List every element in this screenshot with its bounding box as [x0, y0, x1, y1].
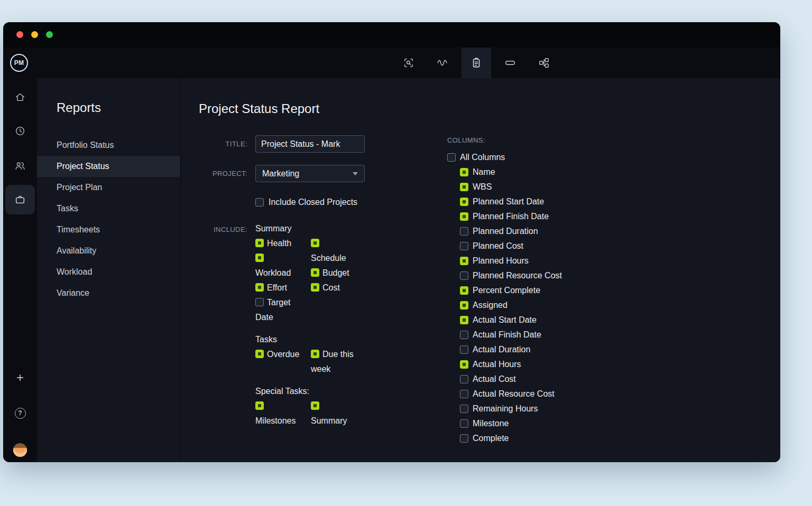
- report-title-input[interactable]: [255, 135, 365, 153]
- checkbox[interactable]: [460, 390, 468, 398]
- column-option[interactable]: Planned Hours: [447, 254, 562, 268]
- summary-option[interactable]: Effort: [255, 280, 301, 295]
- projects-briefcase-icon[interactable]: [5, 185, 35, 214]
- column-option[interactable]: Remaining Hours: [447, 401, 562, 416]
- sidebar-item[interactable]: Variance: [37, 283, 180, 304]
- column-option-label: Planned Cost: [473, 239, 523, 254]
- title-field-label: TITLE:: [181, 140, 247, 148]
- include-closed-checkbox[interactable]: [255, 198, 264, 207]
- tasks-option-label: Overdue: [267, 350, 299, 359]
- special-tasks-option[interactable]: Summary: [311, 399, 356, 428]
- home-icon[interactable]: [5, 82, 35, 112]
- column-option[interactable]: Planned Resource Cost: [447, 268, 562, 283]
- column-option-label: Name: [473, 165, 495, 180]
- sidebar-item[interactable]: Timesheets: [37, 219, 180, 240]
- summary-option[interactable]: Workload: [255, 251, 301, 280]
- column-option[interactable]: Actual Resource Cost: [447, 387, 562, 401]
- column-option[interactable]: Name: [447, 165, 562, 180]
- report-clipboard-icon[interactable]: [462, 48, 491, 78]
- all-columns-row[interactable]: All Columns: [447, 150, 562, 165]
- checkbox[interactable]: [255, 283, 264, 292]
- user-avatar[interactable]: [5, 435, 35, 462]
- checkbox[interactable]: [460, 301, 468, 310]
- column-option[interactable]: Actual Finish Date: [447, 327, 562, 342]
- sidebar-item[interactable]: Portfolio Status: [37, 135, 180, 156]
- checkbox[interactable]: [460, 183, 468, 191]
- column-option[interactable]: Actual Cost: [447, 372, 562, 387]
- sidebar-item[interactable]: Availability: [37, 240, 180, 261]
- column-option[interactable]: Planned Duration: [447, 224, 562, 239]
- summary-option[interactable]: Health: [255, 236, 301, 251]
- column-option[interactable]: Complete: [447, 431, 562, 446]
- sidebar-item-label: Variance: [57, 288, 89, 298]
- column-option[interactable]: Actual Hours: [447, 357, 562, 372]
- summary-option[interactable]: Schedule: [311, 236, 356, 266]
- minimize-button[interactable]: [31, 31, 38, 38]
- special-tasks-option[interactable]: Milestones: [255, 399, 301, 428]
- checkbox[interactable]: [460, 316, 468, 324]
- checkbox[interactable]: [311, 268, 319, 277]
- column-option[interactable]: Milestone: [447, 416, 562, 431]
- checkbox[interactable]: [255, 254, 264, 262]
- checkbox[interactable]: [311, 239, 319, 247]
- checkbox[interactable]: [311, 401, 319, 410]
- sidebar-item[interactable]: Workload: [37, 261, 180, 283]
- tasks-heading: Tasks: [255, 332, 393, 347]
- checkbox[interactable]: [460, 375, 468, 383]
- column-option[interactable]: Planned Cost: [447, 239, 562, 254]
- column-option[interactable]: Planned Finish Date: [447, 209, 562, 224]
- window-titlebar: [3, 22, 780, 48]
- activity-icon[interactable]: [428, 48, 457, 78]
- checkbox[interactable]: [460, 242, 468, 250]
- column-option[interactable]: Planned Start Date: [447, 194, 562, 209]
- checkbox[interactable]: [255, 298, 264, 306]
- checkbox[interactable]: [460, 198, 468, 206]
- tasks-option[interactable]: Due this week: [311, 347, 356, 377]
- sidebar-item-label: Availability: [57, 246, 96, 256]
- sidebar-item[interactable]: Project Status: [37, 156, 180, 177]
- team-icon[interactable]: [5, 151, 35, 181]
- include-closed-projects-row[interactable]: Include Closed Projects: [255, 198, 357, 207]
- column-option-label: Actual Duration: [473, 342, 530, 357]
- add-icon[interactable]: +: [5, 363, 35, 392]
- column-option[interactable]: Actual Duration: [447, 342, 562, 357]
- checkbox[interactable]: [460, 227, 468, 236]
- workflow-icon[interactable]: [529, 48, 559, 78]
- help-icon[interactable]: ?: [5, 398, 35, 428]
- checkbox[interactable]: [255, 239, 264, 247]
- close-button[interactable]: [16, 31, 23, 38]
- checkbox[interactable]: [460, 271, 468, 280]
- checkbox[interactable]: [460, 405, 468, 413]
- sidebar-item[interactable]: Project Plan: [37, 177, 180, 198]
- project-select[interactable]: Marketing: [255, 165, 365, 182]
- checkbox[interactable]: [460, 434, 468, 443]
- checkbox[interactable]: [460, 286, 468, 295]
- checkbox[interactable]: [460, 331, 468, 339]
- checkbox[interactable]: [460, 168, 468, 176]
- column-option[interactable]: Percent Complete: [447, 283, 562, 298]
- sidebar-item[interactable]: Tasks: [37, 198, 180, 219]
- column-option-label: Planned Duration: [473, 224, 538, 239]
- checkbox[interactable]: [460, 345, 468, 354]
- tasks-option[interactable]: Overdue: [255, 347, 301, 377]
- column-option[interactable]: WBS: [447, 180, 562, 194]
- checkbox[interactable]: [460, 360, 468, 369]
- checkbox[interactable]: [460, 419, 468, 428]
- column-option[interactable]: Actual Start Date: [447, 313, 562, 327]
- checkbox[interactable]: [460, 257, 468, 265]
- checkbox[interactable]: [460, 212, 468, 221]
- summary-option[interactable]: Budget: [311, 266, 356, 280]
- checkbox[interactable]: [311, 350, 319, 358]
- checkbox[interactable]: [311, 283, 319, 292]
- summary-option[interactable]: Cost: [311, 280, 356, 295]
- checkbox[interactable]: [255, 401, 264, 410]
- app-logo[interactable]: PM: [10, 54, 28, 72]
- summary-option[interactable]: Target Date: [255, 295, 301, 325]
- all-columns-checkbox[interactable]: [447, 153, 456, 162]
- timeline-bar-icon[interactable]: [495, 48, 525, 78]
- clock-icon[interactable]: [5, 116, 35, 146]
- checkbox[interactable]: [255, 350, 264, 358]
- zoom-button[interactable]: [46, 31, 53, 38]
- page-search-icon[interactable]: [394, 48, 423, 78]
- column-option[interactable]: Assigned: [447, 298, 562, 313]
